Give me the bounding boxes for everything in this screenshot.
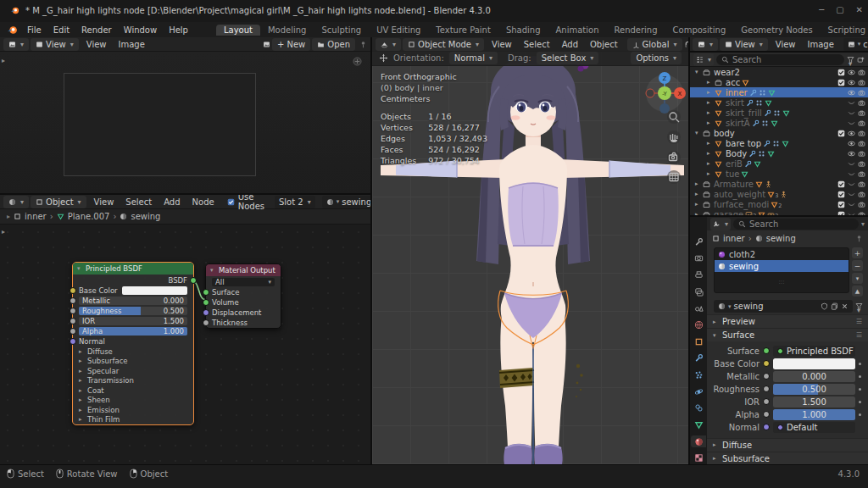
minimize-button[interactable]: ─ xyxy=(819,5,824,14)
zoom-icon[interactable] xyxy=(667,110,681,124)
camera-view-icon[interactable] xyxy=(667,151,681,164)
display-mode-dropdown[interactable] xyxy=(693,53,714,66)
principled-bsdf-node[interactable]: ▾Principled BSDFBSDFBase ColorMetallic0.… xyxy=(72,262,194,425)
copy-icon[interactable] xyxy=(831,302,838,310)
keyframe-dot[interactable] xyxy=(859,413,861,416)
input-socket[interactable] xyxy=(70,297,76,304)
hide-toggle-icon[interactable] xyxy=(848,130,855,137)
image-canvas[interactable]: ▸ xyxy=(0,52,370,193)
hide-toggle-icon[interactable] xyxy=(848,109,855,117)
param-row-base-color[interactable]: Base Color xyxy=(73,286,193,295)
hide-toggle-icon[interactable] xyxy=(848,170,855,178)
image-open-button[interactable]: Open xyxy=(312,38,355,51)
pin-icon[interactable] xyxy=(359,41,367,48)
expand-icon[interactable]: ▸ xyxy=(707,150,713,157)
hide-toggle-icon[interactable] xyxy=(848,119,855,127)
input-socket[interactable] xyxy=(203,299,209,306)
expand-icon[interactable]: ▸ xyxy=(707,160,713,167)
collapse-arrow[interactable]: ▸ xyxy=(7,213,10,220)
value-slider[interactable]: 1.500 xyxy=(773,396,855,408)
outliner-item-furface_modi[interactable]: ▸furface_modi2 xyxy=(690,199,868,209)
properties-tab-output[interactable] xyxy=(691,269,706,281)
preview-panel-header[interactable]: ▸Preview☰ xyxy=(707,314,868,328)
param-slider[interactable]: Alpha1.000 xyxy=(79,327,187,336)
expand-icon[interactable]: ▸ xyxy=(707,89,713,96)
workspace-tab-compositing[interactable]: Compositing xyxy=(665,25,734,36)
drag-mode-dropdown[interactable]: Select Box xyxy=(537,52,599,64)
material-slot-sewing[interactable]: sewing xyxy=(715,260,849,272)
hide-toggle-icon[interactable] xyxy=(848,201,855,208)
value-slider[interactable]: 0.500 xyxy=(773,384,855,395)
properties-tab-texture[interactable] xyxy=(691,452,706,464)
hide-toggle-icon[interactable] xyxy=(848,69,855,76)
hide-toggle-icon[interactable] xyxy=(848,89,855,97)
render-toggle-icon[interactable] xyxy=(858,109,865,117)
unlink-icon[interactable] xyxy=(841,302,849,310)
output-socket[interactable] xyxy=(190,277,197,284)
color-swatch[interactable] xyxy=(773,358,855,369)
properties-tab-particles[interactable] xyxy=(691,369,706,381)
outliner-item-auto_weight[interactable]: ▸auto_weight3 xyxy=(690,189,868,199)
viewport-3d[interactable]: Object Mode ViewSelectAddObject Global O… xyxy=(372,37,688,464)
node-header[interactable]: ▾Principled BSDF xyxy=(73,263,193,274)
pin-icon[interactable] xyxy=(855,235,863,242)
collapse-icon[interactable]: ▾ xyxy=(77,265,83,272)
workspace-tab-rendering[interactable]: Rendering xyxy=(606,25,665,36)
section-sheen[interactable]: ▸Sheen xyxy=(73,396,193,406)
shader-type-dropdown[interactable]: Object xyxy=(31,196,86,208)
image-gizmo-icon[interactable] xyxy=(353,57,362,66)
section-thin-film[interactable]: ▸Thin Film xyxy=(73,415,193,425)
viewport-axis-gizmo[interactable]: Z X -Y xyxy=(646,72,686,114)
sidebar-toggle-arrow[interactable]: ▸ xyxy=(2,228,5,236)
workspace-tab-uv-editing[interactable]: UV Editing xyxy=(369,25,428,36)
ortho-grid-icon[interactable] xyxy=(667,170,681,184)
workspace-tab-shading[interactable]: Shading xyxy=(498,25,548,36)
shader-menu-view[interactable]: View xyxy=(88,197,120,207)
hide-toggle-icon[interactable] xyxy=(848,160,855,168)
input-socket[interactable] xyxy=(70,308,76,314)
panel-header-subsurface[interactable]: ▸Subsurface xyxy=(707,452,868,465)
workspace-tab-layout[interactable]: Layout xyxy=(216,25,260,36)
blender-menu-icon[interactable] xyxy=(7,25,18,36)
properties-tab-tool[interactable] xyxy=(691,236,706,248)
checkbox-icon[interactable] xyxy=(837,79,845,86)
properties-tab-physics[interactable] xyxy=(691,385,706,398)
material-output-node[interactable]: ▾Material OutputAll▾SurfaceVolumeDisplac… xyxy=(205,263,281,329)
pan-hand-icon[interactable] xyxy=(667,130,681,144)
render-toggle-icon[interactable] xyxy=(858,79,865,86)
close-button[interactable]: ✕ xyxy=(856,5,863,14)
menu-help[interactable]: Help xyxy=(163,25,194,35)
hide-toggle-icon[interactable] xyxy=(848,180,855,188)
keyframe-dot[interactable] xyxy=(859,363,861,365)
shader-menu-add[interactable]: Add xyxy=(158,197,186,207)
properties-tab-object[interactable] xyxy=(691,336,706,348)
workspace-tab-modeling[interactable]: Modeling xyxy=(260,25,314,36)
color-swatch[interactable] xyxy=(122,286,187,295)
param-slider[interactable]: Metallic0.000 xyxy=(79,297,187,305)
image-menu-image[interactable]: Image xyxy=(113,40,151,49)
keyframe-dot[interactable] xyxy=(859,375,861,378)
properties-tab-world[interactable] xyxy=(691,319,706,331)
shader-menu-select[interactable]: Select xyxy=(120,197,158,207)
editor-type-button[interactable] xyxy=(3,196,29,208)
outliner-item-acc[interactable]: ▸acc xyxy=(690,77,868,87)
keyframe-dot[interactable] xyxy=(859,388,861,391)
input-socket[interactable] xyxy=(203,309,209,316)
image-browse-icon[interactable] xyxy=(263,41,270,48)
checkbox-icon[interactable] xyxy=(837,69,845,76)
panel-header-diffuse[interactable]: ▸Diffuse xyxy=(707,438,868,452)
maximize-button[interactable]: ▢ xyxy=(836,5,843,14)
outliner-item-tue[interactable]: ▸tue xyxy=(690,169,868,179)
menu-file[interactable]: File xyxy=(21,25,47,35)
viewport-menu-object[interactable]: Object xyxy=(584,40,624,49)
outliner-item-inner[interactable]: ▸inner xyxy=(690,87,868,97)
workspace-tab-sculpting[interactable]: Sculpting xyxy=(314,25,369,36)
properties-tab-object-data[interactable] xyxy=(691,419,706,431)
input-socket[interactable] xyxy=(70,318,76,324)
checkbox-icon[interactable] xyxy=(837,130,845,137)
properties-tab-material[interactable] xyxy=(691,435,706,448)
target-dropdown[interactable]: All▾ xyxy=(206,277,281,286)
image-mode-dropdown[interactable]: View xyxy=(720,38,768,51)
image-mode-dropdown[interactable]: View xyxy=(31,38,79,51)
value-button[interactable]: Principled BSDF xyxy=(773,346,855,357)
